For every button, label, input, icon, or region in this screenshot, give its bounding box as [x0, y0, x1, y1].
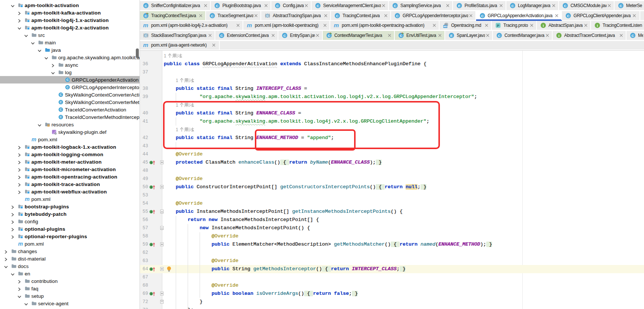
svg-text:P: P: [497, 23, 500, 28]
svg-text:I: I: [543, 23, 544, 28]
svg-text:C: C: [498, 33, 501, 37]
svg-text:E: E: [450, 33, 453, 37]
svg-text:C: C: [336, 13, 339, 18]
svg-text:C: C: [60, 93, 62, 97]
svg-text:C: C: [145, 34, 147, 37]
svg-text:E: E: [458, 3, 460, 7]
svg-text:C: C: [266, 14, 269, 18]
svg-text:I: I: [151, 186, 151, 189]
svg-text:I: I: [151, 292, 151, 296]
svg-text:m: m: [334, 22, 339, 28]
svg-text:m: m: [25, 196, 30, 202]
svg-text:m: m: [247, 22, 252, 28]
svg-text:C: C: [564, 3, 567, 7]
svg-text:C: C: [481, 13, 484, 18]
svg-text:C: C: [60, 115, 62, 119]
svg-text:C: C: [211, 13, 214, 18]
svg-text:C: C: [394, 3, 397, 7]
svg-text:C: C: [400, 33, 403, 37]
svg-text:m: m: [143, 22, 149, 28]
svg-text:MD: MD: [444, 25, 447, 28]
svg-text:C: C: [328, 33, 331, 37]
svg-text:C: C: [396, 13, 399, 18]
svg-text:C: C: [567, 13, 570, 18]
svg-text:I: I: [151, 268, 151, 271]
svg-text:C: C: [145, 13, 147, 18]
svg-text:I: I: [597, 23, 598, 28]
svg-text:C: C: [216, 3, 219, 7]
svg-text:C: C: [60, 100, 62, 104]
svg-text:C: C: [284, 33, 286, 37]
svg-text:C: C: [145, 3, 147, 7]
svg-text:C: C: [632, 33, 634, 37]
svg-text:I: I: [151, 210, 151, 214]
svg-text:C: C: [620, 3, 622, 7]
svg-text:I: I: [151, 243, 151, 246]
svg-text:I: I: [151, 161, 151, 164]
svg-text:C: C: [66, 78, 69, 82]
svg-text:C: C: [512, 3, 514, 7]
svg-text:m: m: [143, 42, 149, 48]
svg-text:m: m: [18, 241, 23, 246]
svg-text:C: C: [60, 108, 62, 111]
svg-text:C: C: [276, 3, 279, 7]
svg-text:C: C: [66, 85, 69, 89]
svg-text:C: C: [221, 33, 223, 37]
svg-text:C: C: [317, 3, 319, 7]
svg-text:I: I: [559, 33, 560, 37]
svg-text:m: m: [32, 137, 37, 142]
